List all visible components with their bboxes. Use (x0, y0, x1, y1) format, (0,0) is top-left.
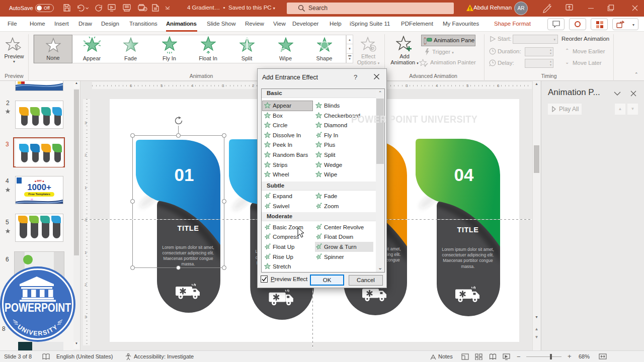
svg-text:Maecenas porttitor congue: Maecenas porttitor congue (163, 256, 213, 261)
svg-text:massa.: massa. (182, 261, 195, 266)
svg-text:TITLE: TITLE (457, 226, 479, 234)
svg-text:Maecenas porttitor congue: Maecenas porttitor congue (443, 258, 493, 263)
svg-text:01: 01 (175, 165, 194, 185)
svg-text:POWERPOINT: POWERPOINT (5, 301, 71, 314)
svg-text:massa.: massa. (461, 263, 474, 268)
svg-text:04: 04 (454, 165, 474, 186)
svg-text:consectetuer adipiscing elit.: consectetuer adipiscing elit. (163, 250, 214, 255)
svg-text:TITLE: TITLE (178, 224, 199, 232)
svg-text:Lorem ipsum dolor sit amet,: Lorem ipsum dolor sit amet, (162, 245, 214, 250)
svg-text:Lorem ipsum dolor sit amet,: Lorem ipsum dolor sit amet, (442, 247, 494, 252)
svg-text:consectetuer adipiscing elit.: consectetuer adipiscing elit. (442, 252, 494, 257)
